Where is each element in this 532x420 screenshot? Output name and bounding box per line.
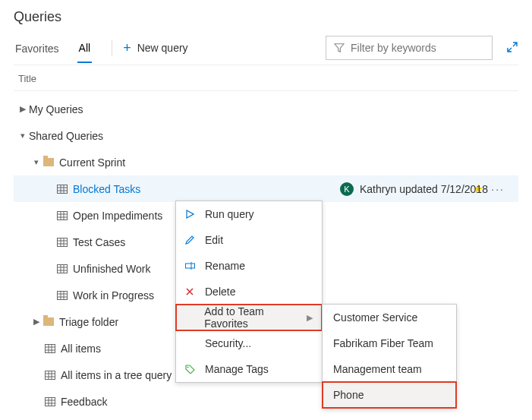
submenu-arrow-icon: ▶ (307, 313, 313, 323)
tree-query-icon (44, 369, 56, 381)
query-label[interactable]: Work in Progress (73, 289, 154, 302)
svg-rect-15 (58, 264, 68, 273)
page-title: Queries (14, 9, 518, 25)
svg-rect-25 (46, 344, 55, 352)
menu-add-team-favorites[interactable]: Add to Team Favorites ▶ (176, 305, 322, 330)
chevron-right-icon[interactable]: ▶ (30, 317, 42, 327)
chevron-down-icon[interactable]: ▾ (17, 131, 29, 141)
chevron-right-icon[interactable]: ▶ (17, 104, 29, 114)
delete-icon (185, 287, 200, 296)
query-icon (56, 289, 68, 302)
svg-rect-30 (46, 371, 55, 379)
more-actions-icon[interactable]: ··· (491, 183, 505, 195)
svg-rect-35 (46, 397, 55, 406)
menu-edit[interactable]: Edit (176, 227, 322, 253)
submenu-item-customer-service[interactable]: Customer Service (323, 305, 456, 330)
tabs: Favorites All (14, 37, 109, 63)
folder-label[interactable]: Triage folder (59, 316, 118, 328)
folder-label[interactable]: Shared Queries (29, 130, 103, 142)
tree-folder-current-sprint[interactable]: ▾ Current Sprint (14, 149, 518, 175)
svg-rect-20 (58, 291, 68, 299)
submenu-label: Management team (333, 363, 422, 375)
query-label[interactable]: Test Cases (73, 236, 125, 248)
column-header-title: Title (14, 65, 518, 91)
toolbar: Favorites All + New query (14, 36, 518, 65)
avatar: K (340, 182, 354, 196)
toolbar-separator (112, 39, 112, 56)
query-label[interactable]: Blocked Tasks (73, 183, 140, 195)
tab-all[interactable]: All (77, 37, 93, 63)
query-icon (56, 236, 68, 248)
svg-rect-0 (58, 185, 68, 193)
menu-rename[interactable]: Rename (176, 253, 322, 279)
menu-label: Manage Tags (205, 363, 269, 375)
play-icon (185, 210, 200, 219)
menu-label: Edit (205, 234, 223, 246)
chevron-down-icon[interactable]: ▾ (30, 157, 42, 167)
menu-run-query[interactable]: Run query (176, 201, 322, 227)
submenu-label: Phone (333, 389, 364, 401)
submenu-item-phone[interactable]: Phone (323, 382, 456, 408)
menu-label: Security... (205, 337, 251, 349)
new-query-label: New query (137, 42, 188, 54)
query-icon (44, 343, 56, 355)
menu-label: Delete (205, 286, 235, 298)
menu-label: Run query (205, 208, 254, 220)
query-icon (44, 396, 56, 408)
pencil-icon (185, 235, 200, 245)
query-label[interactable]: All items in a tree query (61, 369, 172, 381)
query-label[interactable]: Feedback (61, 396, 107, 408)
team-submenu: Customer Service Fabrikam Fiber Team Man… (322, 304, 457, 409)
updated-label: Kathryn updated 7/12/2018 (360, 183, 488, 195)
menu-security[interactable]: Security... (176, 330, 322, 356)
menu-delete[interactable]: Delete (176, 279, 322, 305)
submenu-item-fabrikam[interactable]: Fabrikam Fiber Team (323, 330, 456, 356)
rename-icon (185, 262, 200, 270)
filter-icon (334, 43, 345, 53)
submenu-item-management[interactable]: Management team (323, 356, 456, 382)
tree-folder-shared-queries[interactable]: ▾ Shared Queries (14, 122, 518, 149)
folder-label[interactable]: Current Sprint (59, 156, 125, 169)
folder-icon (42, 156, 55, 169)
svg-rect-5 (58, 211, 68, 219)
folder-icon (42, 316, 55, 328)
query-icon (56, 263, 68, 275)
svg-rect-10 (58, 238, 68, 246)
tree-folder-my-queries[interactable]: ▶ My Queries (14, 96, 518, 122)
query-icon (56, 210, 68, 222)
new-query-button[interactable]: + New query (123, 41, 187, 59)
folder-label[interactable]: My Queries (29, 103, 83, 115)
tree-item-blocked-tasks[interactable]: Blocked Tasks ★ ··· K Kathryn updated 7/… (14, 175, 518, 202)
query-label[interactable]: Open Impediments (73, 210, 162, 222)
query-icon (56, 183, 68, 195)
expand-icon[interactable] (506, 41, 518, 60)
row-meta: K Kathryn updated 7/12/2018 (340, 175, 488, 202)
svg-point-42 (187, 367, 189, 368)
query-label[interactable]: All items (61, 343, 101, 355)
tag-icon (185, 365, 200, 374)
menu-manage-tags[interactable]: Manage Tags (176, 356, 322, 382)
query-label[interactable]: Unfinished Work (73, 263, 150, 275)
plus-icon: + (123, 41, 131, 55)
filter-box[interactable] (326, 36, 493, 60)
filter-input[interactable] (351, 42, 484, 54)
submenu-label: Customer Service (333, 311, 417, 324)
menu-label: Add to Team Favorites (204, 305, 307, 330)
menu-label: Rename (205, 260, 245, 272)
tab-favorites[interactable]: Favorites (14, 38, 61, 62)
svg-rect-40 (186, 264, 195, 268)
submenu-label: Fabrikam Fiber Team (333, 337, 433, 349)
context-menu: Run query Edit Rename Delete Add to Team… (175, 201, 323, 383)
